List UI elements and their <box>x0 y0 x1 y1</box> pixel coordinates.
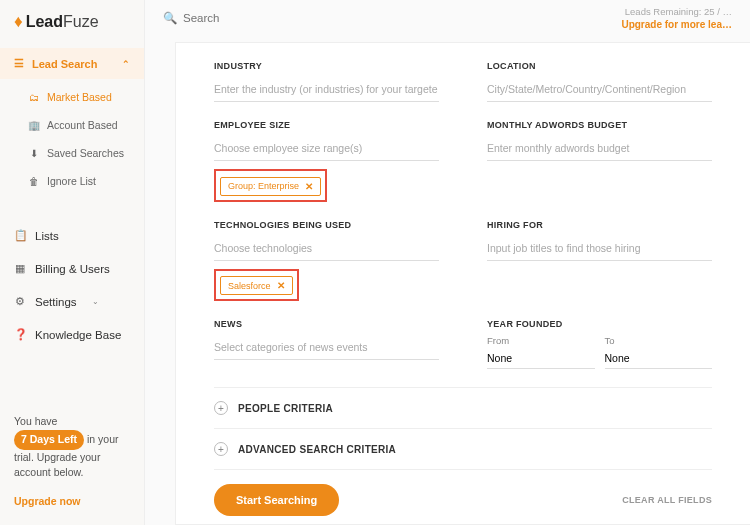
topbar: 🔍 Leads Remaining: 25 / … Upgrade for mo… <box>145 0 750 36</box>
field-employee-size: EMPLOYEE SIZE Group: Enterprise ✕ <box>214 120 439 202</box>
gear-icon: ⚙ <box>14 295 26 308</box>
panel-footer: Start Searching CLEAR ALL FIELDS <box>214 469 712 525</box>
tech-label: TECHNOLOGIES BEING USED <box>214 220 439 230</box>
adwords-input[interactable] <box>487 136 712 161</box>
card-icon: ▦ <box>14 262 26 275</box>
topbar-right: Leads Remaining: 25 / … Upgrade for more… <box>621 6 732 30</box>
trial-status: You have 7 Days Left in your trial. Upgr… <box>0 400 144 495</box>
industry-input[interactable] <box>214 77 439 102</box>
highlight-box: Group: Enterprise ✕ <box>214 169 327 202</box>
start-searching-button[interactable]: Start Searching <box>214 484 339 516</box>
trash-icon: 🗑 <box>28 176 39 187</box>
criteria-grid: INDUSTRY LOCATION EMPLOYEE SIZE Group: E… <box>214 61 712 387</box>
year-from-label: From <box>487 335 595 346</box>
location-input[interactable] <box>487 77 712 102</box>
global-search[interactable]: 🔍 <box>163 11 303 25</box>
close-icon[interactable]: ✕ <box>277 280 285 291</box>
sidebar-item-label: Market Based <box>47 91 112 103</box>
nav-lead-search-section: ☰ Lead Search ⌃ 🗂 Market Based 🏢 Account… <box>0 48 144 199</box>
news-input[interactable] <box>214 335 439 360</box>
help-icon: ❓ <box>14 328 26 341</box>
clipboard-icon: 📋 <box>14 229 26 242</box>
sidebar: ♦ LeadFuze ☰ Lead Search ⌃ 🗂 Market Base… <box>0 0 145 525</box>
briefcase-icon: 🗂 <box>28 92 39 103</box>
field-technologies: TECHNOLOGIES BEING USED Salesforce ✕ <box>214 220 439 302</box>
clear-all-button[interactable]: CLEAR ALL FIELDS <box>622 495 712 505</box>
field-hiring: HIRING FOR <box>487 220 712 302</box>
plus-icon: + <box>214 442 228 456</box>
employee-input[interactable] <box>214 136 439 161</box>
accordion-label: ADVANCED SEARCH CRITERIA <box>238 444 396 455</box>
year-to-input[interactable] <box>605 348 713 369</box>
sidebar-item-label: Account Based <box>47 119 118 131</box>
tech-input[interactable] <box>214 236 439 261</box>
chevron-down-icon: ⌄ <box>92 297 99 306</box>
hiring-label: HIRING FOR <box>487 220 712 230</box>
field-news: NEWS <box>214 319 439 369</box>
sidebar-item-label: Ignore List <box>47 175 96 187</box>
upgrade-more-link[interactable]: Upgrade for more lea… <box>621 19 732 30</box>
employee-label: EMPLOYEE SIZE <box>214 120 439 130</box>
search-criteria-panel: INDUSTRY LOCATION EMPLOYEE SIZE Group: E… <box>175 42 750 525</box>
plus-icon: + <box>214 401 228 415</box>
download-icon: ⬇ <box>28 148 39 159</box>
nav-secondary: 📋 Lists ▦ Billing & Users ⚙ Settings ⌄ ❓… <box>0 219 144 351</box>
hiring-input[interactable] <box>487 236 712 261</box>
leads-remaining: Leads Remaining: 25 / … <box>621 6 732 17</box>
trial-pre: You have <box>14 415 57 427</box>
accordion-label: PEOPLE CRITERIA <box>238 403 333 414</box>
adwords-label: MONTHLY ADWORDS BUDGET <box>487 120 712 130</box>
sidebar-item-account-based[interactable]: 🏢 Account Based <box>0 111 144 139</box>
year-to-label: To <box>605 335 713 346</box>
lead-search-subitems: 🗂 Market Based 🏢 Account Based ⬇ Saved S… <box>0 79 144 199</box>
sidebar-item-label: Saved Searches <box>47 147 124 159</box>
highlight-box: Salesforce ✕ <box>214 269 299 302</box>
chevron-up-icon: ⌃ <box>122 59 130 69</box>
news-label: NEWS <box>214 319 439 329</box>
field-location: LOCATION <box>487 61 712 102</box>
sidebar-item-label: Billing & Users <box>35 263 110 275</box>
upgrade-now-link[interactable]: Upgrade now <box>0 495 144 525</box>
tag-label: Salesforce <box>228 281 271 291</box>
sidebar-item-billing[interactable]: ▦ Billing & Users <box>0 252 144 285</box>
field-adwords: MONTHLY ADWORDS BUDGET <box>487 120 712 202</box>
close-icon[interactable]: ✕ <box>305 181 313 192</box>
sidebar-item-knowledge-base[interactable]: ❓ Knowledge Base <box>0 318 144 351</box>
trial-days-pill: 7 Days Left <box>14 430 84 450</box>
sidebar-item-market-based[interactable]: 🗂 Market Based <box>0 83 144 111</box>
accordion-advanced-criteria[interactable]: + ADVANCED SEARCH CRITERIA <box>214 428 712 469</box>
sliders-icon: ☰ <box>14 57 24 70</box>
flame-icon: ♦ <box>14 12 23 32</box>
sidebar-item-saved-searches[interactable]: ⬇ Saved Searches <box>0 139 144 167</box>
logo-text-b: Fuze <box>63 13 99 30</box>
sidebar-item-label: Settings <box>35 296 77 308</box>
year-label: YEAR FOUNDED <box>487 319 712 329</box>
main-area: 🔍 Leads Remaining: 25 / … Upgrade for mo… <box>145 0 750 525</box>
year-from-input[interactable] <box>487 348 595 369</box>
accordion-people-criteria[interactable]: + PEOPLE CRITERIA <box>214 387 712 428</box>
sidebar-item-label: Lists <box>35 230 59 242</box>
field-year-founded: YEAR FOUNDED From To <box>487 319 712 369</box>
sidebar-item-ignore-list[interactable]: 🗑 Ignore List <box>0 167 144 195</box>
nav-lead-search-label: Lead Search <box>32 58 97 70</box>
logo-text-a: Lead <box>26 13 63 30</box>
industry-label: INDUSTRY <box>214 61 439 71</box>
nav-lead-search[interactable]: ☰ Lead Search ⌃ <box>0 48 144 79</box>
tag-label: Group: Enterprise <box>228 181 299 191</box>
search-icon: 🔍 <box>163 11 177 25</box>
sidebar-item-label: Knowledge Base <box>35 329 121 341</box>
logo[interactable]: ♦ LeadFuze <box>0 0 144 44</box>
building-icon: 🏢 <box>28 120 39 131</box>
location-label: LOCATION <box>487 61 712 71</box>
search-input[interactable] <box>183 12 303 24</box>
field-industry: INDUSTRY <box>214 61 439 102</box>
employee-size-tag[interactable]: Group: Enterprise ✕ <box>220 177 321 196</box>
sidebar-item-settings[interactable]: ⚙ Settings ⌄ <box>0 285 144 318</box>
technology-tag[interactable]: Salesforce ✕ <box>220 276 293 295</box>
sidebar-item-lists[interactable]: 📋 Lists <box>0 219 144 252</box>
